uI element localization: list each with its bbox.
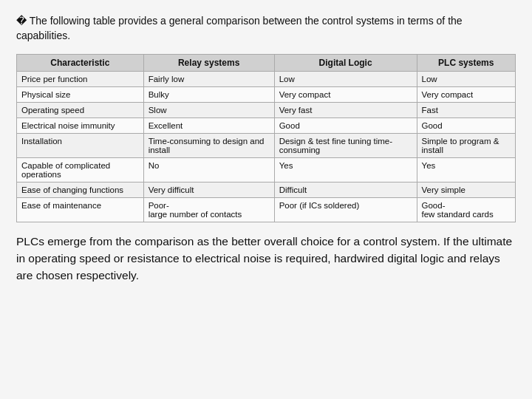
table-cell: Very difficult — [143, 182, 274, 197]
table-cell: Low — [417, 71, 515, 86]
table-cell: Difficult — [274, 182, 417, 197]
table-cell: Good — [274, 117, 417, 133]
table-cell: Fast — [417, 102, 515, 117]
table-cell: Very fast — [274, 102, 417, 117]
table-row: Price per functionFairly lowLowLow — [17, 71, 516, 86]
table-cell: Slow — [143, 102, 274, 117]
comparison-table: CharacteristicRelay systemsDigital Logic… — [16, 54, 516, 222]
table-cell: Very compact — [417, 86, 515, 102]
table-cell: Very compact — [274, 86, 417, 102]
intro-paragraph: � The following table provides a general… — [16, 13, 516, 44]
table-body: Price per functionFairly lowLowLowPhysic… — [17, 71, 516, 222]
table-row: InstallationTime-consuming to design and… — [17, 133, 516, 157]
table-cell: Ease of changing functions — [17, 182, 144, 197]
table-cell: Good- few standard cards — [417, 197, 515, 222]
intro-text-body: The following table provides a general c… — [16, 15, 463, 41]
table-row: Electrical noise immunityExcellentGoodGo… — [17, 117, 516, 133]
table-row: Operating speedSlowVery fastFast — [17, 102, 516, 117]
table-cell: Ease of maintenance — [17, 197, 144, 222]
table-cell: Very simple — [417, 182, 515, 197]
table-cell: Poor (if ICs soldered) — [274, 197, 417, 222]
table-cell: Electrical noise immunity — [17, 117, 144, 133]
table-cell: Yes — [417, 157, 515, 182]
table-cell: No — [143, 157, 274, 182]
table-cell: Bulky — [143, 86, 274, 102]
table-cell: Time-consuming to design and install — [143, 133, 274, 157]
table-cell: Fairly low — [143, 71, 274, 86]
table-row: Ease of changing functionsVery difficult… — [17, 182, 516, 197]
table-row: Ease of maintenancePoor- large number of… — [17, 197, 516, 222]
table-cell: Low — [274, 71, 417, 86]
table-row: Physical sizeBulkyVery compactVery compa… — [17, 86, 516, 102]
table-cell: Capable of complicated operations — [17, 157, 144, 182]
table-cell: Operating speed — [17, 102, 144, 117]
table-cell: Yes — [274, 157, 417, 182]
bullet-symbol: � — [16, 15, 27, 27]
table-cell: Excellent — [143, 117, 274, 133]
slide-container: � The following table provides a general… — [0, 0, 532, 399]
table-cell: Poor- large number of contacts — [143, 197, 274, 222]
table-cell: Simple to program & install — [417, 133, 515, 157]
table-header-cell: Characteristic — [17, 54, 144, 71]
table-cell: Price per function — [17, 71, 144, 86]
table-cell: Installation — [17, 133, 144, 157]
table-cell: Good — [417, 117, 515, 133]
table-header-cell: Digital Logic — [274, 54, 417, 71]
conclusion-text: PLCs emerge from the comparison as the b… — [16, 233, 516, 284]
table-row: Capable of complicated operationsNoYesYe… — [17, 157, 516, 182]
table-header-row: CharacteristicRelay systemsDigital Logic… — [17, 54, 516, 71]
table-header-cell: Relay systems — [143, 54, 274, 71]
table-cell: Physical size — [17, 86, 144, 102]
table-header-cell: PLC systems — [417, 54, 515, 71]
table-cell: Design & test fine tuning time-consuming — [274, 133, 417, 157]
